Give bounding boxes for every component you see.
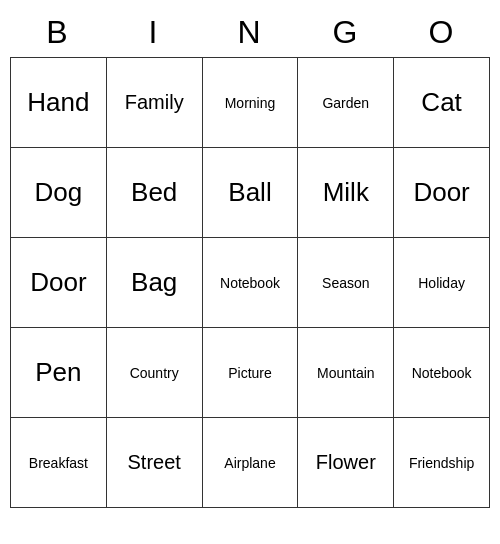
- bingo-cell-2-1: Bag: [107, 238, 203, 328]
- bingo-cell-3-3: Mountain: [298, 328, 394, 418]
- bingo-cell-2-0: Door: [11, 238, 107, 328]
- bingo-cell-0-1: Family: [107, 58, 203, 148]
- header-letter-n: N: [202, 10, 298, 55]
- bingo-cell-4-0: Breakfast: [11, 418, 107, 508]
- header-letter-b: B: [10, 10, 106, 55]
- bingo-cell-3-0: Pen: [11, 328, 107, 418]
- bingo-grid: HandFamilyMorningGardenCatDogBedBallMilk…: [10, 57, 490, 508]
- bingo-cell-0-3: Garden: [298, 58, 394, 148]
- bingo-cell-1-1: Bed: [107, 148, 203, 238]
- bingo-cell-3-2: Picture: [203, 328, 299, 418]
- header-letter-i: I: [106, 10, 202, 55]
- bingo-cell-4-3: Flower: [298, 418, 394, 508]
- bingo-cell-4-1: Street: [107, 418, 203, 508]
- bingo-cell-2-2: Notebook: [203, 238, 299, 328]
- bingo-header: BINGO: [10, 10, 490, 55]
- bingo-cell-1-2: Ball: [203, 148, 299, 238]
- bingo-card: BINGO HandFamilyMorningGardenCatDogBedBa…: [10, 10, 490, 508]
- bingo-cell-1-3: Milk: [298, 148, 394, 238]
- header-letter-o: O: [394, 10, 490, 55]
- bingo-cell-3-1: Country: [107, 328, 203, 418]
- bingo-cell-4-4: Friendship: [394, 418, 490, 508]
- bingo-cell-1-0: Dog: [11, 148, 107, 238]
- bingo-cell-0-0: Hand: [11, 58, 107, 148]
- bingo-cell-3-4: Notebook: [394, 328, 490, 418]
- bingo-cell-2-4: Holiday: [394, 238, 490, 328]
- bingo-cell-0-4: Cat: [394, 58, 490, 148]
- bingo-cell-4-2: Airplane: [203, 418, 299, 508]
- bingo-cell-1-4: Door: [394, 148, 490, 238]
- bingo-cell-0-2: Morning: [203, 58, 299, 148]
- header-letter-g: G: [298, 10, 394, 55]
- bingo-cell-2-3: Season: [298, 238, 394, 328]
